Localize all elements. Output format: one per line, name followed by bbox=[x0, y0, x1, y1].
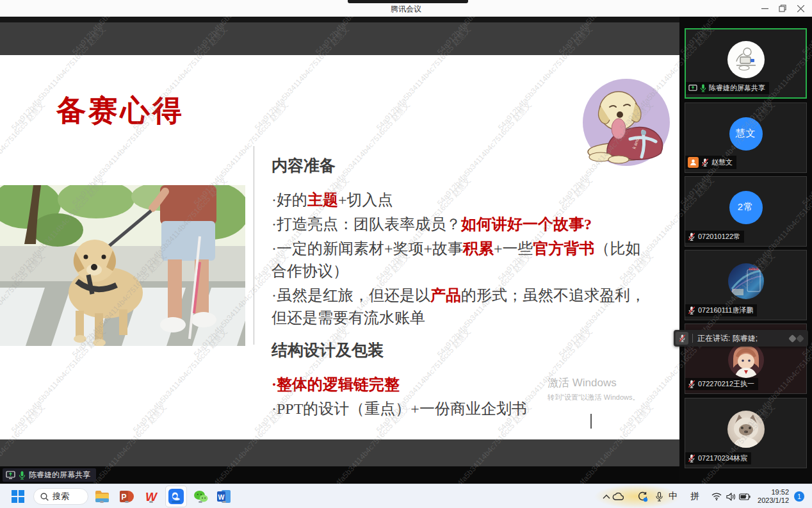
search-icon bbox=[40, 493, 49, 501]
guide-dog-photo bbox=[0, 185, 245, 346]
share-toolbar-notch[interactable] bbox=[348, 0, 468, 3]
onedrive-cloud-icon[interactable] bbox=[612, 491, 624, 502]
activation-line1: 激活 Windows bbox=[548, 375, 640, 390]
share-letterbox-bottom bbox=[0, 466, 679, 484]
ime-lang-text: 中 bbox=[669, 491, 678, 502]
participant-name: 072270212王执一 bbox=[698, 379, 754, 389]
participant-name: 赵慧文 bbox=[711, 158, 733, 167]
text-caret bbox=[590, 414, 592, 429]
speaking-toast-text: 正在讲话: 陈睿婕; bbox=[697, 333, 758, 344]
mic-off-icon bbox=[688, 380, 695, 388]
participant-name: 陈睿婕的屏幕共享 bbox=[709, 83, 765, 93]
share-banner-label: 陈睿婕的屏幕共享 bbox=[29, 470, 90, 480]
share-letterbox-top bbox=[0, 17, 679, 22]
screen-share-icon bbox=[6, 471, 15, 479]
clock-date: 2023/1/12 bbox=[758, 496, 789, 505]
section-bullets: ·好的主题+切入点·打造亮点：团队表率成员？如何讲好一个故事?·一定的新闻素材+… bbox=[272, 189, 646, 329]
avatar-initials: 慧文 bbox=[729, 117, 763, 151]
start-button[interactable] bbox=[10, 489, 26, 504]
participants-sidebar: 陈睿婕的屏幕共享 慧文 赵慧文 bbox=[679, 17, 812, 484]
notification-badge[interactable]: 1 bbox=[794, 491, 804, 502]
participant-tile[interactable]: 2常 072010122常 bbox=[685, 176, 807, 247]
powerpoint-icon[interactable]: P bbox=[119, 489, 134, 504]
presentation-slide: 备赛心得 bbox=[0, 55, 679, 439]
svg-text:W: W bbox=[218, 493, 225, 501]
participant-name: 072170234林宸 bbox=[698, 454, 747, 463]
mic-off-icon bbox=[701, 158, 709, 167]
screen-share-banner: 陈睿婕的屏幕共享 bbox=[3, 468, 96, 482]
avatar bbox=[727, 41, 765, 78]
close-button[interactable] bbox=[792, 0, 809, 17]
word-icon[interactable]: W bbox=[216, 489, 232, 504]
windows-taskbar: 搜索 P W bbox=[0, 484, 812, 508]
participant-tile-sharer[interactable]: 陈睿婕的屏幕共享 bbox=[685, 28, 807, 99]
file-explorer-icon[interactable] bbox=[94, 489, 110, 504]
ime-mode-indicator[interactable]: 拼 bbox=[690, 491, 699, 502]
avatar-initials: 2常 bbox=[729, 191, 763, 224]
slide-bullet: ·打造亮点：团队表率成员？如何讲好一个故事? bbox=[272, 213, 646, 236]
windows-activation-watermark: 激活 Windows 转到"设置"以激活 Windows。 bbox=[548, 375, 640, 402]
ime-mode-text: 拼 bbox=[690, 491, 699, 502]
tray-mic-icon[interactable] bbox=[653, 491, 665, 502]
slide-divider-line bbox=[254, 146, 254, 345]
mic-on-icon bbox=[700, 84, 706, 92]
slide-title: 备赛心得 bbox=[56, 91, 184, 131]
screen-share-view: 备赛心得 bbox=[0, 17, 679, 484]
slide-bullet: ·一定的新闻素材+奖项+故事积累+一些官方背书（比如合作协议） bbox=[272, 238, 646, 283]
participant-tile[interactable]: 072170234林宸 bbox=[685, 398, 807, 468]
participant-label: 赵慧文 bbox=[685, 156, 736, 169]
sync-icon[interactable] bbox=[637, 491, 648, 502]
avatar-badge-text: I♥NUA bbox=[749, 267, 758, 271]
participant-label: 陈睿婕的屏幕共享 bbox=[686, 82, 769, 94]
member-tag-icon bbox=[688, 157, 699, 168]
speaking-toast: 正在讲话: 陈睿婕; bbox=[674, 330, 808, 347]
svg-text:P: P bbox=[121, 493, 126, 502]
avatar-photo: I♥NUA bbox=[728, 263, 764, 299]
participant-label: 072270212王执一 bbox=[685, 378, 758, 390]
mic-off-icon bbox=[688, 306, 695, 315]
mic-off-icon bbox=[688, 233, 695, 241]
wechat-icon[interactable] bbox=[193, 489, 208, 504]
mic-off-icon bbox=[688, 454, 695, 463]
avatar-photo bbox=[728, 342, 764, 378]
screen-share-icon bbox=[688, 85, 697, 92]
search-label: 搜索 bbox=[53, 491, 69, 502]
mic-off-icon bbox=[676, 332, 688, 345]
participant-label: 072010122常 bbox=[685, 231, 744, 243]
wifi-icon[interactable] bbox=[711, 491, 722, 502]
participant-tile[interactable]: I♥NUA 072160111唐泽鹏 bbox=[685, 250, 807, 320]
participant-label: 072170234林宸 bbox=[685, 452, 751, 464]
participant-tile[interactable]: 慧文 赵慧文 bbox=[685, 102, 807, 173]
wps-icon[interactable]: W bbox=[143, 489, 159, 504]
restore-button[interactable] bbox=[774, 0, 792, 17]
window-title: 腾讯会议 bbox=[0, 4, 812, 15]
slide-bullet: ·好的主题+切入点 bbox=[272, 189, 646, 211]
taskbar-search[interactable]: 搜索 bbox=[33, 488, 88, 505]
battery-icon[interactable] bbox=[739, 491, 751, 502]
toast-decoration bbox=[790, 336, 803, 341]
meeting-main-area: 备赛心得 bbox=[0, 17, 812, 484]
participant-name: 072010122常 bbox=[698, 232, 740, 242]
slide-bullet: ·虽然是红旅，但还是以产品的形式；虽然不追求盈利，但还是需要有流水账单 bbox=[272, 284, 646, 329]
participant-name: 072160111唐泽鹏 bbox=[698, 306, 753, 315]
volume-icon[interactable] bbox=[725, 491, 736, 502]
taskbar-clock[interactable]: 19:52 2023/1/12 bbox=[758, 488, 789, 505]
clock-time: 19:52 bbox=[758, 488, 789, 496]
guide-dog-logo: k ando bbox=[581, 78, 671, 167]
toast-separator bbox=[692, 334, 693, 343]
participant-label: 072160111唐泽鹏 bbox=[685, 304, 757, 316]
avatar-photo bbox=[727, 411, 765, 448]
activation-line2: 转到"设置"以激活 Windows。 bbox=[548, 393, 640, 402]
tencent-meeting-icon[interactable] bbox=[168, 489, 184, 504]
section-heading: 内容准备 bbox=[272, 155, 646, 176]
screen: 腾讯会议 备赛心得 bbox=[0, 0, 812, 508]
tray-overflow-chevron-icon[interactable] bbox=[601, 491, 612, 502]
window-controls bbox=[756, 0, 809, 17]
ime-language-indicator[interactable]: 中 bbox=[669, 491, 678, 502]
slide-section-content-prep: 内容准备 ·好的主题+切入点·打造亮点：团队表率成员？如何讲好一个故事?·一定的… bbox=[272, 155, 646, 329]
minimize-button[interactable] bbox=[756, 0, 774, 17]
section-heading: 结构设计及包装 bbox=[272, 340, 646, 361]
mic-on-icon bbox=[19, 471, 26, 480]
